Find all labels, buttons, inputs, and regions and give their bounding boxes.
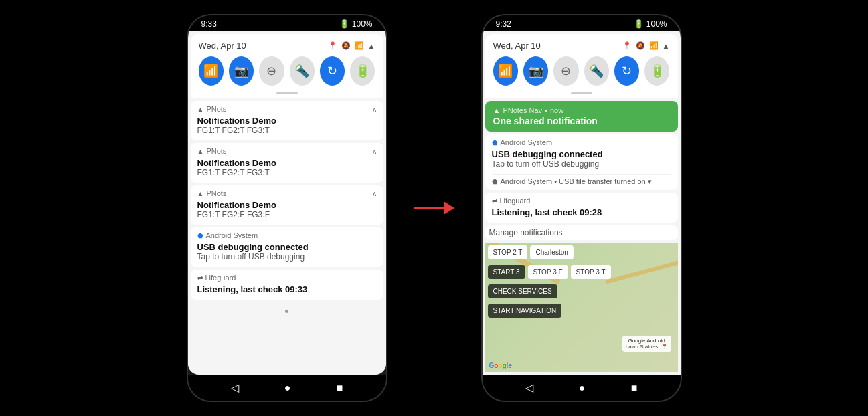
notif-body-5: Listening, last check 09:33 <box>191 283 383 300</box>
right-bottom-nav: ◁ ● ■ <box>483 375 681 401</box>
android-usb-title: USB debugging connected <box>492 149 671 159</box>
r-panel-handle <box>571 92 592 94</box>
notif-expand-3: ∧ <box>372 190 377 197</box>
pnotes-nav-bullet: • <box>545 106 547 114</box>
manage-notifications-label[interactable]: Manage notifications <box>489 228 674 237</box>
left-status-icons: 🔋 100% <box>339 19 373 29</box>
stop3f-btn[interactable]: STOP 3 F <box>528 265 568 279</box>
notif-group-5[interactable]: ⇄ Lifeguard Listening, last check 09:33 <box>191 270 383 300</box>
lifeguard-notification[interactable]: ⇄ Lifeguard Listening, last check 09:28 <box>485 193 678 223</box>
r-sync-icon: ↻ <box>622 64 632 78</box>
left-status-bar: 9:33 🔋 100% <box>188 15 386 31</box>
recents-button-right[interactable]: ■ <box>631 382 638 394</box>
notif-title-1: Notifications Demo <box>197 116 377 126</box>
notif-body-4: USB debugging connected Tap to turn off … <box>191 241 383 267</box>
notif-group-2[interactable]: ▲ PNots ∧ Notifications Demo FG1:T FG2:T… <box>191 143 383 183</box>
r-signal-icon: ▲ <box>663 42 670 50</box>
wifi-toggle[interactable]: 📶 <box>199 56 224 86</box>
transition-arrow <box>414 201 454 215</box>
pnotes-nav-notification[interactable]: ▲ PNotes Nav • now One shared notificati… <box>485 101 678 132</box>
map-check-row: CHECK SERVICES <box>485 282 678 301</box>
notif-group-3[interactable]: ▲ PNots ∧ Notifications Demo FG1:T FG2:F… <box>191 185 383 225</box>
notif-title-4: USB debugging connected <box>197 242 377 252</box>
alarm-off-icon: 🔕 <box>341 41 351 50</box>
wifi-status-icon: 📶 <box>355 41 364 50</box>
notif-expand-2: ∧ <box>372 148 377 155</box>
right-date: Wed, Apr 10 <box>493 41 541 51</box>
dnd-toggle[interactable]: ⊖ <box>259 56 284 86</box>
bluetooth-icon: 📷 <box>234 64 249 78</box>
notif-title-5: Listening, last check 09:33 <box>197 284 377 294</box>
r-battery-toggle[interactable]: 🔋 <box>644 56 669 86</box>
location-icon: 📍 <box>328 41 337 50</box>
right-status-icons: 🔋 100% <box>634 19 667 29</box>
notif-app-3: PNots <box>206 189 369 197</box>
battery-toggle[interactable]: 🔋 <box>350 56 375 86</box>
map-area: STOP 2 T Charleston START 3 STOP 3 F STO… <box>485 243 678 372</box>
left-date-row: Wed, Apr 10 📍 🔕 📶 ▲ <box>199 41 375 51</box>
wifi-icon: 📶 <box>203 64 218 78</box>
manage-notifications-row[interactable]: Manage notifications <box>485 225 678 240</box>
left-quick-settings: Wed, Apr 10 📍 🔕 📶 ▲ 📶 📷 <box>191 34 383 98</box>
panel-handle <box>276 92 298 94</box>
battery-saver-icon: 🔋 <box>355 64 370 78</box>
right-quick-toggles[interactable]: 📶 📷 ⊖ 🔦 ↻ 🔋 <box>493 56 670 90</box>
right-battery-icon: 🔋 <box>634 19 644 29</box>
notif-text-2: FG1:T FG2:T FG3:T <box>197 168 377 177</box>
pnots-icon-2: ▲ <box>197 148 204 155</box>
r-location-icon: 📍 <box>622 41 632 50</box>
usb-footer-text: Android System • USB file transfer turne… <box>501 177 671 186</box>
android-usb-notification[interactable]: ⬟ Android System USB debugging connected… <box>485 134 678 190</box>
pnotes-nav-time: now <box>550 106 563 114</box>
r-wifi-toggle[interactable]: 📶 <box>493 56 518 86</box>
start-navigation-btn[interactable]: START NAVIGATION <box>488 304 562 318</box>
bluetooth-toggle[interactable]: 📷 <box>229 56 254 86</box>
back-button-right[interactable]: ◁ <box>525 381 533 394</box>
right-phone: 9:32 🔋 100% Wed, Apr 10 📍 🔕 📶 ▲ <box>481 14 682 402</box>
r-bluetooth-icon: 📷 <box>529 64 543 78</box>
r-sync-toggle[interactable]: ↻ <box>614 56 639 86</box>
home-button-left[interactable]: ● <box>284 382 291 394</box>
back-button-left[interactable]: ◁ <box>231 381 239 394</box>
android-usb-body: USB debugging connected Tap to turn off … <box>485 148 678 174</box>
map-top-buttons: STOP 2 T Charleston <box>485 243 678 262</box>
left-time: 9:33 <box>201 19 217 29</box>
lifeguard-app: Lifeguard <box>500 197 671 205</box>
r-flashlight-toggle[interactable]: 🔦 <box>584 56 609 86</box>
left-battery-pct: 100% <box>352 19 373 29</box>
pnots-icon-3: ▲ <box>197 190 204 197</box>
notif-app-1: PNots <box>206 105 369 113</box>
notif-title-3: Notifications Demo <box>197 200 377 210</box>
check-services-btn[interactable]: CHECK SERVICES <box>488 284 557 298</box>
notif-title-2: Notifications Demo <box>197 158 377 168</box>
usb-footer[interactable]: ⬟ Android System • USB file transfer tur… <box>485 175 678 190</box>
poi-label: Google AndroidLawn Statues <box>626 338 665 350</box>
left-notifications-list: ▲ PNots ∧ Notifications Demo FG1:T FG2:T… <box>188 98 386 375</box>
notif-group-4[interactable]: ⬟ Android System USB debugging connected… <box>191 227 383 267</box>
flashlight-toggle[interactable]: 🔦 <box>290 56 315 86</box>
more-indicator: • <box>191 302 383 322</box>
android-icon-right: ⬟ <box>492 139 498 146</box>
recents-button-left[interactable]: ■ <box>337 382 343 394</box>
signal-icon: ▲ <box>368 42 375 50</box>
arrow-right-icon <box>414 201 454 215</box>
stop3t-btn[interactable]: STOP 3 T <box>571 265 611 279</box>
poi-icon: 📍 <box>661 344 668 350</box>
right-quick-settings: Wed, Apr 10 📍 🔕 📶 ▲ 📶 📷 <box>485 34 678 98</box>
r-battery-icon: 🔋 <box>650 64 665 78</box>
stop2t-btn[interactable]: STOP 2 T <box>488 245 528 259</box>
home-button-right[interactable]: ● <box>579 382 586 394</box>
notif-text-1: FG1:T FG2:T FG3:T <box>197 126 377 135</box>
notif-header-2: ▲ PNots ∧ <box>191 143 383 157</box>
start3-btn[interactable]: START 3 <box>488 265 525 279</box>
r-bluetooth-toggle[interactable]: 📷 <box>523 56 548 86</box>
right-date-row: Wed, Apr 10 📍 🔕 📶 ▲ <box>493 41 670 51</box>
notif-header-4: ⬟ Android System <box>191 227 383 241</box>
right-notification-panel: Wed, Apr 10 📍 🔕 📶 ▲ 📶 📷 <box>483 31 681 375</box>
left-quick-toggles[interactable]: 📶 📷 ⊖ 🔦 ↻ 🔋 <box>199 56 375 90</box>
dnd-icon: ⊖ <box>266 64 276 78</box>
notif-group-1[interactable]: ▲ PNots ∧ Notifications Demo FG1:T FG2:T… <box>191 101 383 140</box>
r-dnd-toggle[interactable]: ⊖ <box>553 56 578 86</box>
sync-icon: ↻ <box>327 64 337 78</box>
sync-toggle[interactable]: ↻ <box>320 56 345 86</box>
